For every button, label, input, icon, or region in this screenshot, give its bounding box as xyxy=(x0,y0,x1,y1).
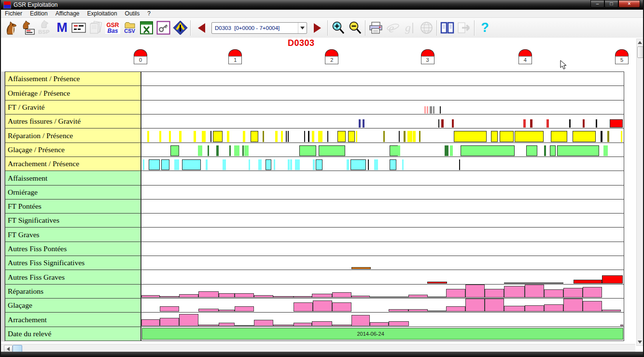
row-label: Autres Fiss Graves xyxy=(5,270,141,285)
maximize-button[interactable]: □ xyxy=(604,0,618,8)
histogram-bar xyxy=(485,299,504,312)
prev-section-button[interactable] xyxy=(193,19,210,37)
histogram-bar xyxy=(235,293,254,298)
section-select[interactable]: D0303 [0+0000 - 7+0004] xyxy=(211,22,307,34)
histogram-bar xyxy=(294,302,313,312)
toolbar: BSPMGSRBasCSVD0303 [0+0000 - 7+0004]eg? xyxy=(1,18,643,38)
splitter[interactable] xyxy=(1,71,5,342)
toolbar-separator xyxy=(190,20,191,36)
window-title: GSR Exploitation xyxy=(14,1,57,8)
combo-dropdown-arrow-icon[interactable] xyxy=(298,23,307,33)
histogram-bar xyxy=(332,325,351,326)
menu-item[interactable]: Fichier xyxy=(1,10,26,17)
mark xyxy=(243,131,245,142)
mark xyxy=(461,145,515,156)
menu-item[interactable]: Affichage xyxy=(52,10,84,17)
histogram-bar xyxy=(198,325,219,326)
row-label: Autres Fiss Pontées xyxy=(5,242,141,256)
mark xyxy=(610,119,623,128)
mark xyxy=(374,159,378,170)
mark xyxy=(159,131,161,142)
mark xyxy=(413,131,416,142)
close-button[interactable]: × xyxy=(618,0,640,8)
book-icon[interactable] xyxy=(439,19,456,37)
histogram-bar xyxy=(312,294,332,298)
menu-item[interactable]: Exploitation xyxy=(84,10,121,17)
cube-icon[interactable] xyxy=(172,19,189,37)
mark xyxy=(299,145,316,156)
mark xyxy=(356,131,357,142)
window-buttons: –□× xyxy=(590,0,640,8)
help-button[interactable]: ? xyxy=(476,19,493,37)
chart-row xyxy=(141,312,624,327)
row-label: Arrachement xyxy=(5,312,141,327)
horse-icon[interactable] xyxy=(3,19,20,37)
histogram-bar xyxy=(351,315,370,326)
zoom-in-button[interactable] xyxy=(330,19,347,37)
gsr-bas-icon[interactable]: GSRBas xyxy=(104,19,121,37)
km-marker-label: 0 xyxy=(134,56,147,64)
horizontal-scrollbar[interactable] xyxy=(1,344,635,352)
histogram-bar xyxy=(313,300,332,312)
histogram-bar xyxy=(504,306,525,312)
horse-card-icon[interactable] xyxy=(20,19,37,37)
mark xyxy=(557,145,599,156)
mark xyxy=(438,119,439,128)
script-icon: g xyxy=(401,19,418,37)
histogram-bar xyxy=(235,325,254,326)
toolbar-separator xyxy=(474,20,475,36)
chart-row xyxy=(141,227,624,242)
print-button[interactable] xyxy=(367,19,384,37)
section-select-value: D0303 [0+0000 - 7+0004] xyxy=(212,25,298,31)
menu-item[interactable]: Edition xyxy=(26,10,52,17)
csv-export-icon[interactable]: CSV xyxy=(121,19,138,37)
scroll-up-arrow[interactable] xyxy=(637,39,643,46)
histogram-bar xyxy=(428,311,446,312)
main-content: D0303 012345 Affaissement / PrésenceOrni… xyxy=(1,38,643,352)
histogram-bar xyxy=(504,286,525,298)
mark xyxy=(347,159,349,170)
km-marker: 0 xyxy=(134,49,147,64)
chart-row xyxy=(141,256,624,270)
row-label: Date du relevé xyxy=(5,327,141,341)
mark xyxy=(288,131,289,142)
date-bar: 2014-06-24 xyxy=(142,328,623,340)
zoom-out-button[interactable] xyxy=(347,19,364,37)
chart-row xyxy=(141,171,624,186)
mark xyxy=(607,131,609,142)
excel-icon[interactable] xyxy=(138,19,155,37)
vertical-scrollbar[interactable] xyxy=(636,39,644,346)
vertical-scroll-thumb[interactable] xyxy=(637,46,644,58)
histogram-bar xyxy=(602,310,621,312)
mark xyxy=(216,145,219,156)
next-section-button[interactable] xyxy=(309,19,326,37)
mark xyxy=(281,131,283,142)
mark xyxy=(169,131,171,142)
mark xyxy=(316,159,322,170)
mark xyxy=(242,145,244,156)
mark xyxy=(312,131,314,142)
histogram-bar xyxy=(332,292,351,298)
mark xyxy=(602,275,623,284)
chart-row xyxy=(141,242,624,256)
mark xyxy=(550,145,556,156)
chart-row xyxy=(141,284,624,299)
mark xyxy=(601,131,602,142)
mark xyxy=(596,119,597,128)
measure-card-icon[interactable] xyxy=(70,19,87,37)
menu-item[interactable]: ? xyxy=(143,10,154,17)
histogram-bar xyxy=(160,306,179,312)
title-bar[interactable]: GSR Exploitation –□× xyxy=(1,0,643,10)
chart-row xyxy=(141,213,624,228)
menu-item[interactable]: Outils xyxy=(121,10,144,17)
mark xyxy=(427,106,428,114)
mark xyxy=(182,159,201,170)
mark xyxy=(275,131,278,142)
km-marker-dome-icon xyxy=(228,49,242,56)
m-icon[interactable]: M xyxy=(54,19,70,37)
histogram-bar xyxy=(525,285,544,298)
scroll-down-arrow[interactable] xyxy=(637,339,643,345)
key-icon[interactable] xyxy=(155,19,172,37)
minimize-button[interactable]: – xyxy=(590,0,604,8)
row-label: FT Graves xyxy=(5,227,141,242)
